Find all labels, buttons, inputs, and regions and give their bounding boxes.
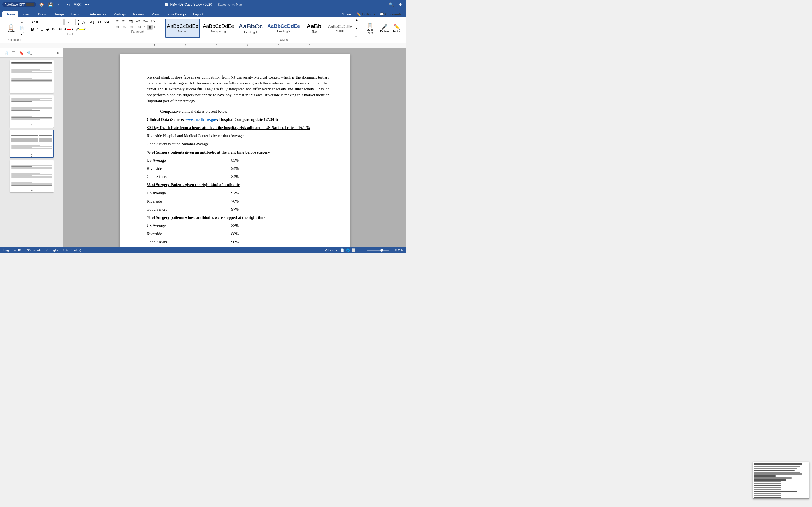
- style-title[interactable]: AaBb Title: [303, 18, 325, 38]
- tab-review[interactable]: Review: [130, 11, 147, 17]
- style-no-spacing[interactable]: AaBbCcDdEe No Spacing: [201, 18, 236, 38]
- align-center-button[interactable]: ≡C: [122, 24, 129, 30]
- tab-draw[interactable]: Draw: [35, 11, 49, 17]
- shading-button[interactable]: ▦: [147, 24, 153, 30]
- sort-button[interactable]: ↕A: [150, 18, 156, 24]
- tab-view[interactable]: View: [148, 11, 162, 17]
- page-thumb-3[interactable]: 3: [10, 130, 54, 158]
- dictate-button[interactable]: 🎤 Dictate: [378, 22, 391, 34]
- style-heading1[interactable]: AaBbCc Heading 1: [237, 18, 264, 38]
- bold-button[interactable]: B: [30, 26, 35, 32]
- tab-home[interactable]: Home: [2, 11, 18, 17]
- decrease-indent-button[interactable]: ⇐≡: [135, 18, 142, 24]
- increase-indent-button[interactable]: ≡⇒: [142, 18, 149, 24]
- close-panel-button[interactable]: ✕: [54, 50, 61, 56]
- zoom-in-button[interactable]: +: [391, 248, 393, 252]
- multilevel-button[interactable]: ≡¶: [128, 18, 134, 24]
- tab-design[interactable]: Design: [50, 11, 67, 17]
- bookmarks-button[interactable]: 🔖: [18, 50, 25, 56]
- outline-view-button[interactable]: ☰: [10, 50, 17, 56]
- tab-mailings[interactable]: Mailings: [110, 11, 129, 17]
- search-panel-button[interactable]: 🔍: [26, 50, 33, 56]
- borders-button[interactable]: □: [153, 24, 157, 30]
- styles-pane-button[interactable]: 📋 Styles Pane: [362, 21, 378, 35]
- paste-button[interactable]: 📋 Paste: [4, 22, 18, 34]
- italic-button[interactable]: I: [36, 26, 39, 32]
- comments-button[interactable]: 💬 Comments: [377, 11, 404, 17]
- tab-insert[interactable]: Insert: [19, 11, 34, 17]
- more-icon[interactable]: •••: [84, 1, 90, 8]
- style-normal[interactable]: AaBbCcDdEe Normal: [165, 18, 200, 38]
- thumb-line: [11, 113, 52, 113]
- focus-button[interactable]: ⊙ Focus: [325, 248, 337, 252]
- font-size-input[interactable]: [64, 19, 75, 25]
- tab-layout2[interactable]: Layout: [190, 11, 207, 17]
- editor-button[interactable]: ✏️ Editor: [391, 22, 402, 34]
- justify-button[interactable]: ≡J: [136, 24, 142, 30]
- save-icon[interactable]: 💾: [47, 1, 54, 8]
- focus-view-button[interactable]: ⬜: [352, 248, 356, 252]
- spellcheck-icon[interactable]: ABC: [74, 1, 81, 8]
- tab-layout[interactable]: Layout: [68, 11, 85, 17]
- styles-scroll-up[interactable]: ▲: [355, 18, 358, 21]
- undo-icon[interactable]: ↩: [56, 1, 63, 8]
- page-thumb-1[interactable]: 1: [10, 60, 54, 93]
- highlight-chevron[interactable]: ▾: [84, 27, 86, 31]
- redo-icon[interactable]: ↪: [65, 1, 72, 8]
- home-icon[interactable]: 🏠: [38, 1, 45, 8]
- increase-font-button[interactable]: A↑: [81, 19, 88, 25]
- pages-view-button[interactable]: 📄: [2, 50, 9, 56]
- document-page[interactable]: physical plant. It does face major compe…: [120, 54, 350, 247]
- thumb-line: [11, 98, 52, 99]
- editing-button[interactable]: ✏️ Editing ▾: [354, 11, 377, 17]
- styles-scroll-buttons[interactable]: ▲ ▼ ▾: [355, 18, 358, 38]
- style-heading2[interactable]: AaBbCcDdEe Heading 2: [266, 18, 302, 38]
- change-case-button[interactable]: Aa: [96, 20, 103, 25]
- thumb-line: [11, 86, 32, 87]
- thumb-line: [11, 112, 52, 112]
- autosave-toggle[interactable]: [26, 3, 34, 6]
- align-right-button[interactable]: ≡R: [129, 24, 136, 30]
- cut-button[interactable]: ✂: [18, 20, 25, 25]
- style-subtitle[interactable]: AaBbCcDdEe Subtitle: [326, 18, 354, 38]
- underline-button[interactable]: U: [40, 26, 45, 32]
- page-thumb-2[interactable]: 2: [10, 95, 54, 128]
- tab-table-design[interactable]: Table Design: [163, 11, 189, 17]
- numbering-button[interactable]: ≡1: [121, 18, 128, 24]
- line-spacing-button[interactable]: ↕: [143, 24, 147, 30]
- doc-paragraph-1[interactable]: physical plant. It does face major compe…: [147, 74, 329, 104]
- highlight-button[interactable]: 🖊 ▾: [75, 27, 87, 32]
- tab-references[interactable]: References: [86, 11, 109, 17]
- print-view-button[interactable]: 📄: [340, 248, 344, 252]
- web-view-button[interactable]: 🌐: [346, 248, 350, 252]
- font-color-chevron[interactable]: ▾: [71, 27, 73, 31]
- zoom-slider[interactable]: [367, 249, 389, 251]
- page-thumb-4[interactable]: 4: [10, 160, 54, 192]
- search-titlebar-icon[interactable]: 🔍: [388, 1, 395, 8]
- thumb-line: [11, 70, 52, 71]
- styles-scroll-down[interactable]: ▼: [355, 27, 358, 30]
- align-left-button[interactable]: ≡L: [115, 24, 121, 30]
- thumb-line: [11, 117, 52, 118]
- subscript-button[interactable]: X₂: [50, 27, 56, 32]
- share-button[interactable]: ↑ Share: [336, 11, 354, 17]
- decrease-font-button[interactable]: A↓: [89, 19, 95, 25]
- outline-view-button2[interactable]: ☰: [357, 248, 360, 252]
- zoom-out-button[interactable]: −: [363, 248, 365, 252]
- bullets-button[interactable]: ≡•: [115, 18, 120, 24]
- superscript-button[interactable]: X²: [57, 27, 63, 32]
- document-area[interactable]: physical plant. It does face major compe…: [63, 48, 406, 247]
- autosave-control[interactable]: AutoSave OFF: [2, 2, 36, 7]
- strikethrough-button[interactable]: S: [45, 26, 50, 32]
- copy-button[interactable]: 📄: [18, 25, 25, 31]
- clear-formatting-button[interactable]: ✕A: [103, 20, 110, 25]
- font-color-button[interactable]: A ▾: [63, 27, 74, 32]
- styles-expand[interactable]: ▾: [355, 35, 358, 38]
- font-grow-button[interactable]: ▲: [76, 18, 81, 22]
- show-formatting-button[interactable]: ¶: [156, 18, 160, 24]
- font-shrink-button[interactable]: ▼: [76, 22, 81, 25]
- format-painter-button[interactable]: 🖌: [18, 31, 25, 36]
- settings-icon[interactable]: ⚙: [397, 1, 404, 8]
- doc-link-medicare[interactable]: www.medicare.gov: [185, 117, 217, 122]
- font-name-input[interactable]: [30, 19, 64, 25]
